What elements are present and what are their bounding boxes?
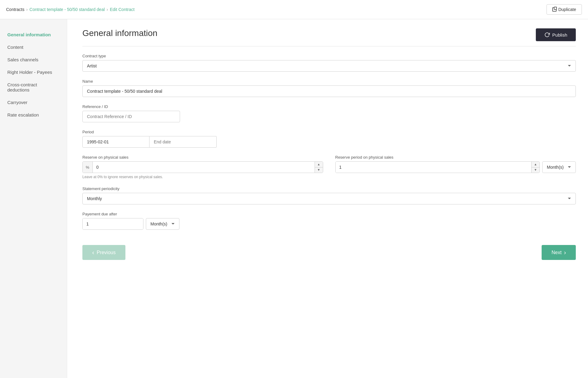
reserve-physical-input[interactable]: [93, 162, 315, 173]
reserve-physical-spinner-btns: ▲ ▼: [315, 162, 323, 173]
sidebar-item-rate-escalation[interactable]: Rate escalation: [0, 109, 67, 121]
duplicate-label: Duplicate: [558, 7, 576, 12]
reserve-period-row: ▲ ▼ Month(s) Year(s) Day(s): [335, 161, 576, 173]
main-content: General information Publish Contract typ…: [67, 19, 588, 378]
name-group: Name: [82, 79, 576, 97]
reference-id-input[interactable]: [82, 111, 180, 122]
reserve-physical-decrement[interactable]: ▼: [315, 167, 323, 173]
main-header: General information Publish: [82, 28, 576, 46]
reference-id-group: Reference / ID: [82, 104, 576, 122]
breadcrumb-root[interactable]: Contracts: [6, 7, 24, 12]
payment-due-group: Payement due after ▲ ▼ Month(s) Year(s) …: [82, 212, 576, 230]
reserve-period-decrement[interactable]: ▼: [532, 167, 539, 173]
reserve-physical-increment[interactable]: ▲: [315, 162, 323, 167]
sidebar-item-carryover[interactable]: Carryover: [0, 96, 67, 109]
sidebar-item-sales-channels[interactable]: Sales channels: [0, 53, 67, 66]
nav-footer: Previous Next: [82, 245, 576, 260]
payment-due-row: ▲ ▼ Month(s) Year(s) Day(s): [82, 218, 576, 230]
publish-button[interactable]: Publish: [536, 28, 576, 41]
previous-button[interactable]: Previous: [82, 245, 125, 260]
breadcrumb: Contracts › Contract template - 50/50 st…: [6, 7, 135, 12]
next-label: Next: [551, 250, 561, 255]
previous-label: Previous: [97, 250, 116, 255]
breadcrumb-sep-1: ›: [26, 7, 28, 12]
reserve-period-label: Reserve period on physical sales: [335, 155, 576, 160]
next-button[interactable]: Next: [542, 245, 576, 260]
breadcrumb-sep-2: ›: [106, 7, 108, 12]
breadcrumb-parent[interactable]: Contract template - 50/50 standard deal: [30, 7, 105, 12]
period-group: Period: [82, 130, 576, 148]
period-row: [82, 136, 576, 148]
contract-type-select[interactable]: Artist Label Publisher Distributor: [82, 60, 576, 72]
reserve-physical-group: Reserve on physical sales % ▲ ▼ Leave at…: [82, 155, 323, 179]
chevron-left-icon: [92, 249, 94, 256]
reserve-period-group: Reserve period on physical sales ▲ ▼ Mon…: [335, 155, 576, 173]
sidebar: General information Content Sales channe…: [0, 19, 67, 378]
reserve-period-spinner-btns: ▲ ▼: [531, 162, 539, 173]
name-label: Name: [82, 79, 576, 84]
reserve-period-spinner: ▲ ▼: [335, 161, 540, 173]
statement-periodicity-group: Statement periodicity Monthly Quarterly …: [82, 186, 576, 204]
period-start-input[interactable]: [82, 136, 150, 148]
breadcrumb-bar: Contracts › Contract template - 50/50 st…: [0, 0, 588, 19]
chevron-right-icon: [564, 249, 566, 256]
sidebar-item-general-information[interactable]: General information: [0, 28, 67, 41]
statement-periodicity-label: Statement periodicity: [82, 186, 576, 191]
sidebar-item-right-holder-payees[interactable]: Right Holder - Payees: [0, 66, 67, 78]
period-label: Period: [82, 130, 576, 134]
duplicate-icon: [552, 7, 557, 12]
sidebar-item-content[interactable]: Content: [0, 41, 67, 53]
publish-icon: [544, 32, 550, 38]
reserve-period-input[interactable]: [336, 162, 532, 173]
publish-label: Publish: [552, 32, 567, 38]
reserve-row: Reserve on physical sales % ▲ ▼ Leave at…: [82, 155, 576, 179]
reserve-period-increment[interactable]: ▲: [532, 162, 539, 167]
name-input[interactable]: [82, 85, 576, 97]
duplicate-button[interactable]: Duplicate: [547, 4, 582, 15]
reference-id-label: Reference / ID: [82, 104, 576, 109]
reserve-physical-prefix: %: [83, 162, 93, 173]
payment-due-unit-select[interactable]: Month(s) Year(s) Day(s): [146, 218, 179, 230]
payment-due-input[interactable]: [83, 218, 143, 229]
reserve-physical-spinner: % ▲ ▼: [82, 161, 323, 173]
statement-periodicity-select[interactable]: Monthly Quarterly Biannually Annually: [82, 193, 576, 204]
reserve-physical-label: Reserve on physical sales: [82, 155, 323, 160]
payment-due-spinner: ▲ ▼: [82, 218, 143, 230]
layout: General information Content Sales channe…: [0, 19, 588, 378]
reserve-period-unit-select[interactable]: Month(s) Year(s) Day(s): [542, 161, 576, 173]
payment-due-label: Payement due after: [82, 212, 576, 216]
breadcrumb-current: Edit Contract: [110, 7, 135, 12]
contract-type-label: Contract type: [82, 54, 576, 58]
reserve-physical-hint: Leave at 0% to ignore reserves on physic…: [82, 175, 323, 179]
sidebar-item-cross-contract-deductions[interactable]: Cross-contract deductions: [0, 78, 67, 96]
page-title: General information: [82, 28, 157, 38]
contract-type-group: Contract type Artist Label Publisher Dis…: [82, 54, 576, 72]
period-end-input[interactable]: [150, 136, 217, 148]
